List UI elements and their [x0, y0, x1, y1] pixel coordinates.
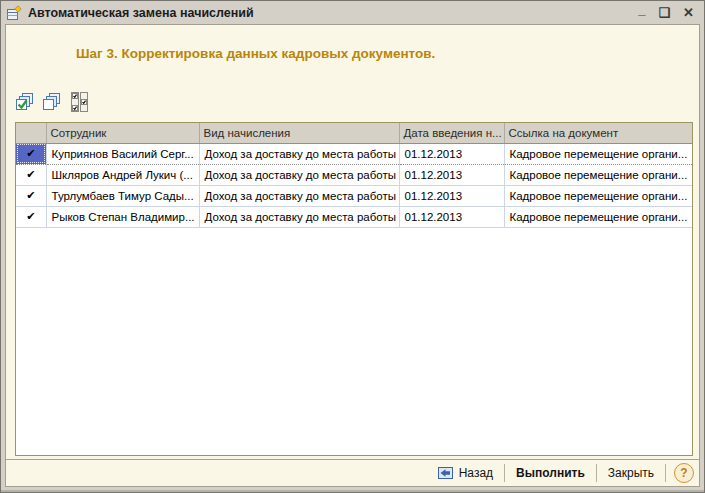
table-row[interactable]: ✔ Шкляров Андрей Лукич (... Доход за дос… [16, 164, 692, 185]
row-checkbox[interactable]: ✔ [16, 164, 46, 185]
maximize-icon[interactable]: ❑ [658, 6, 670, 19]
column-header-check[interactable] [16, 123, 46, 143]
column-header-document[interactable]: Ссылка на документ [504, 123, 692, 143]
window-title: Автоматическая замена начислений [28, 6, 632, 20]
cell-accrual-type[interactable]: Доход за доставку до места работы [199, 206, 399, 227]
cell-employee[interactable]: Рыков Степан Владимир... [46, 206, 199, 227]
cell-employee[interactable]: Шкляров Андрей Лукич (... [46, 164, 199, 185]
accruals-table: Сотрудник Вид начисления Дата введения н… [15, 122, 693, 456]
minimize-icon[interactable]: _ [638, 3, 645, 16]
help-button[interactable]: ? [674, 463, 694, 483]
table-toolbar [14, 91, 89, 112]
cell-date[interactable]: 01.12.2013 [399, 164, 504, 185]
invert-checks-icon [69, 92, 89, 112]
button-separator [596, 464, 597, 482]
cell-document[interactable]: Кадровое перемещение органи... [504, 185, 692, 206]
cell-accrual-type[interactable]: Доход за доставку до места работы [199, 143, 399, 164]
uncheck-all-button[interactable] [41, 91, 62, 112]
button-separator [665, 464, 666, 482]
cell-date[interactable]: 01.12.2013 [399, 206, 504, 227]
row-checkbox[interactable]: ✔ [16, 143, 46, 164]
back-button[interactable]: Назад [431, 464, 499, 482]
cell-document[interactable]: Кадровое перемещение органи... [504, 143, 692, 164]
cell-date[interactable]: 01.12.2013 [399, 143, 504, 164]
table-row[interactable]: ✔ Турлумбаев Тимур Сады... Доход за дост… [16, 185, 692, 206]
check-all-icon [15, 92, 35, 112]
execute-button[interactable]: Выполнить [510, 464, 591, 482]
table-header-row: Сотрудник Вид начисления Дата введения н… [16, 123, 692, 143]
wizard-body: Шаг 3. Корректировка данных кадровых док… [5, 24, 700, 487]
cell-employee[interactable]: Турлумбаев Тимур Сады... [46, 185, 199, 206]
titlebar: Автоматическая замена начислений _ ❑ ✕ [1, 1, 704, 24]
cell-document[interactable]: Кадровое перемещение органи... [504, 206, 692, 227]
invert-checks-button[interactable] [68, 91, 89, 112]
close-button[interactable]: Закрыть [602, 464, 660, 482]
window-form-icon [6, 5, 22, 21]
check-all-button[interactable] [14, 91, 35, 112]
footer-button-bar: Назад Выполнить Закрыть ? [6, 459, 699, 486]
close-icon[interactable]: ✕ [683, 6, 694, 19]
window-controls: _ ❑ ✕ [638, 6, 694, 19]
row-checkbox[interactable]: ✔ [16, 206, 46, 227]
table-row[interactable]: ✔ Рыков Степан Владимир... Доход за дост… [16, 206, 692, 227]
column-header-accrual-type[interactable]: Вид начисления [199, 123, 399, 143]
button-separator [504, 464, 505, 482]
uncheck-all-icon [42, 92, 62, 112]
cell-accrual-type[interactable]: Доход за доставку до места работы [199, 185, 399, 206]
cell-employee[interactable]: Куприянов Василий Серг... [46, 143, 199, 164]
back-arrow-icon [437, 466, 454, 480]
back-button-label: Назад [459, 466, 493, 480]
app-window: Автоматическая замена начислений _ ❑ ✕ Ш… [0, 0, 705, 493]
cell-date[interactable]: 01.12.2013 [399, 185, 504, 206]
step-heading: Шаг 3. Корректировка данных кадровых док… [76, 46, 435, 61]
column-header-employee[interactable]: Сотрудник [46, 123, 199, 143]
column-header-date[interactable]: Дата введения н... [399, 123, 504, 143]
cell-document[interactable]: Кадровое перемещение органи... [504, 164, 692, 185]
cell-accrual-type[interactable]: Доход за доставку до места работы [199, 164, 399, 185]
row-checkbox[interactable]: ✔ [16, 185, 46, 206]
table-row[interactable]: ✔ Куприянов Василий Серг... Доход за дос… [16, 143, 692, 164]
